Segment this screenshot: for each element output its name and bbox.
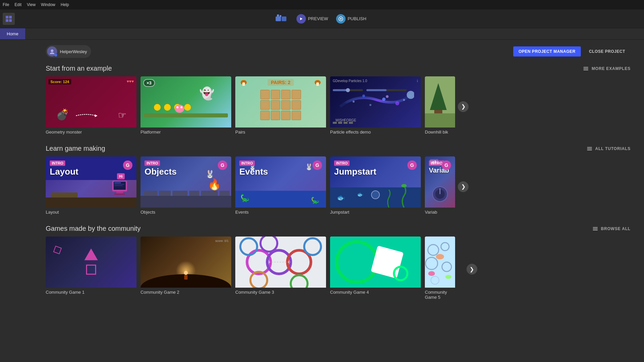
menu-edit[interactable]: Edit	[14, 2, 22, 7]
card-geometry-monster[interactable]: Score: 124 ♥♥♥ 💣 ☞ Geometry monster	[46, 76, 136, 137]
open-project-manager-button[interactable]: OPEN PROJECT MANAGER	[513, 46, 581, 57]
bomb-character: 💣	[56, 108, 69, 121]
gdevelop-logo-layout: G	[123, 160, 132, 170]
blob-character	[174, 103, 185, 113]
card-community-2[interactable]: score: 0/1 Community Game 2	[140, 237, 231, 302]
user-actions: OPEN PROJECT MANAGER CLOSE PROJECT	[513, 46, 631, 57]
score-badge: Score: 124	[48, 79, 71, 84]
card-label-pairs: Pairs	[235, 128, 326, 137]
downhill-thumb	[425, 76, 455, 128]
card-thumb-layout: Intro Layout G Hi	[46, 156, 136, 208]
tutorials-title: Learn game making	[46, 145, 105, 152]
abstract-svg	[330, 237, 421, 288]
svg-rect-20	[242, 82, 245, 86]
card-intro-jumpstart[interactable]: 🐟 🐟 Intro Jumpstart G Jumpstart	[330, 156, 421, 217]
card-platformer[interactable]: ×3 👻	[140, 76, 231, 137]
menu-file[interactable]: File	[3, 2, 9, 7]
svg-point-84	[436, 254, 444, 259]
card-downhill[interactable]: Downhill bik	[425, 76, 455, 137]
card-thumb-comm5	[425, 237, 455, 288]
menu-help[interactable]: Help	[61, 2, 69, 7]
svg-rect-51	[144, 191, 157, 196]
card-thumb-comm1	[46, 237, 136, 288]
svg-rect-36	[333, 89, 348, 91]
bubbles-svg	[425, 237, 455, 288]
card-community-4[interactable]: Community Game 4	[330, 237, 421, 302]
all-tutorials-link[interactable]: ALL TUTORIALS	[587, 146, 631, 151]
badge-intro-objects: Intro	[145, 160, 160, 166]
card-label-geometry: Geometry monster	[46, 128, 136, 137]
badge-intro-jumpstart: Intro	[334, 160, 350, 166]
main-content: HelperWesley OPEN PROJECT MANAGER CLOSE …	[0, 40, 644, 362]
seaweed2	[384, 189, 394, 208]
creature-left: 🦕	[240, 194, 249, 203]
card-community-3[interactable]: Community Game 3	[235, 237, 326, 302]
examples-next-arrow[interactable]: ❯	[458, 101, 469, 112]
svg-rect-78	[425, 237, 455, 288]
svg-rect-53	[172, 191, 188, 196]
svg-rect-49	[114, 184, 124, 185]
menu-window[interactable]: Window	[41, 2, 55, 7]
card-thumb-downhill	[425, 76, 455, 128]
hearts-badge: ♥♥♥	[127, 79, 134, 84]
hi-card-layout: Hi	[117, 173, 125, 179]
square-shape	[86, 265, 96, 275]
card-pairs[interactable]: PAIRS: 2	[235, 76, 326, 137]
svg-point-15	[184, 104, 191, 111]
card-intro-layout[interactable]: Intro Layout G Hi	[46, 156, 136, 217]
stone-ground	[140, 196, 231, 208]
pairs-counter: PAIRS: 2	[268, 79, 294, 86]
publish-icon	[336, 14, 346, 24]
card-intro-objects[interactable]: Intro Objects G 🔥 🐰 Objects	[140, 156, 231, 217]
gdevelop-logo-jumpstart: G	[407, 160, 417, 170]
card-particles[interactable]: GDevelop Particles 1.0	[330, 76, 421, 137]
list-icon-tutorials	[587, 147, 592, 150]
svg-point-27	[353, 101, 355, 103]
card-intro-events[interactable]: 🦕 🦕 🐰 🐰 Intro Events G Events	[235, 156, 326, 217]
svg-point-25	[382, 98, 386, 101]
svg-rect-48	[114, 182, 121, 183]
svg-marker-8	[300, 17, 303, 20]
card-community-5[interactable]: Community Game 5	[425, 237, 455, 302]
svg-point-28	[369, 104, 371, 106]
badge-title-objects: Objects	[145, 167, 176, 177]
card-thumb-objects: Intro Objects G 🔥 🐰	[140, 156, 231, 208]
toolbar: PREVIEW PUBLISH	[0, 9, 644, 28]
cave-character	[183, 271, 189, 281]
close-project-button[interactable]: CLOSE PROJECT	[583, 46, 631, 57]
svg-rect-54	[189, 191, 199, 196]
svg-point-37	[346, 88, 350, 92]
card-intro-variables[interactable]: Intro Variab G +1 Variab	[425, 156, 455, 217]
community-next-arrow[interactable]: ❯	[467, 264, 477, 275]
user-avatar[interactable]: HelperWesley	[46, 45, 91, 58]
preview-label: PREVIEW	[308, 16, 328, 21]
svg-rect-2	[6, 19, 8, 22]
browse-all-link[interactable]: BROWSE ALL	[593, 226, 631, 231]
tutorial-badge-jumpstart: Intro Jumpstart	[334, 160, 376, 177]
card-label-layout: Layout	[46, 208, 136, 217]
card-label-comm3: Community Game 3	[235, 288, 326, 297]
publish-button[interactable]: PUBLISH	[333, 13, 369, 25]
menu-bar: File Edit View Window Help	[0, 0, 644, 9]
tutorial-badge-objects: Intro Objects	[145, 160, 176, 177]
svg-rect-7	[280, 15, 281, 17]
nav-tabs: Home	[0, 28, 644, 40]
more-examples-link[interactable]: MORE EXAMPLES	[583, 66, 631, 71]
menu-view[interactable]: View	[27, 2, 36, 7]
card-community-1[interactable]: Community Game 1	[46, 237, 136, 302]
tutorials-next-arrow[interactable]: ❯	[458, 181, 469, 192]
card-label-downhill: Downhill bik	[425, 128, 455, 137]
svg-rect-39	[366, 89, 387, 91]
examples-cards-row: Score: 124 ♥♥♥ 💣 ☞ Geometry monster	[46, 76, 644, 137]
svg-point-30	[403, 99, 405, 101]
app-logo[interactable]	[3, 13, 15, 25]
tab-home[interactable]: Home	[0, 28, 25, 39]
avatar-circle	[47, 46, 57, 57]
dial-decoration	[432, 186, 448, 203]
card-label-jumpstart: Jumpstart	[330, 208, 421, 217]
browse-all-label: BROWSE ALL	[601, 226, 631, 231]
svg-rect-46	[114, 193, 125, 195]
preview-button[interactable]: PREVIEW	[294, 13, 331, 25]
svg-point-85	[428, 271, 435, 276]
fish-left: 🐟	[337, 193, 345, 202]
